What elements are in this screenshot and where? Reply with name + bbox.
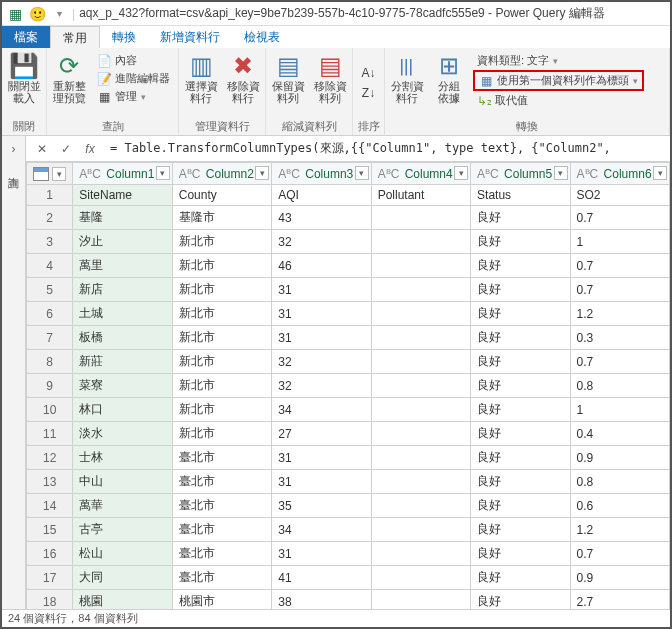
table-row[interactable]: 13中山臺北市31良好0.8	[27, 470, 670, 494]
cell[interactable]: 臺北市	[172, 542, 271, 566]
row-number[interactable]: 15	[27, 518, 73, 542]
select-all-corner[interactable]: ▾	[27, 163, 73, 185]
expand-queries-button[interactable]: ›	[12, 142, 16, 156]
choose-columns-button[interactable]: ▥ 選擇資 料行	[181, 50, 221, 106]
cell[interactable]: 新北市	[172, 254, 271, 278]
cell[interactable]: 基隆市	[172, 206, 271, 230]
cell[interactable]: 32	[272, 230, 371, 254]
row-number[interactable]: 9	[27, 374, 73, 398]
row-number[interactable]: 17	[27, 566, 73, 590]
cell[interactable]: SO2	[570, 185, 669, 206]
row-number[interactable]: 6	[27, 302, 73, 326]
table-row[interactable]: 9菜寮新北市32良好0.8	[27, 374, 670, 398]
cell[interactable]	[371, 542, 470, 566]
cell[interactable]: 31	[272, 470, 371, 494]
cell[interactable]: Status	[471, 185, 570, 206]
cell[interactable]: 41	[272, 566, 371, 590]
column-filter-button[interactable]: ▾	[355, 166, 369, 180]
refresh-preview-button[interactable]: ⟳ 重新整 理預覽	[49, 50, 89, 106]
cell[interactable]: 新北市	[172, 422, 271, 446]
cell[interactable]	[371, 494, 470, 518]
cell[interactable]: 基隆	[73, 206, 172, 230]
table-row[interactable]: 4萬里新北市46良好0.7	[27, 254, 670, 278]
cell[interactable]: 良好	[471, 326, 570, 350]
manage-button[interactable]: ▦管理 ▾	[93, 88, 174, 105]
row-number[interactable]: 11	[27, 422, 73, 446]
column-header[interactable]: AᴮC Column5▾	[471, 163, 570, 185]
cell[interactable]: 良好	[471, 494, 570, 518]
cell[interactable]: 新北市	[172, 326, 271, 350]
cell[interactable]: 萬里	[73, 254, 172, 278]
table-row[interactable]: 6土城新北市31良好1.2	[27, 302, 670, 326]
row-number[interactable]: 1	[27, 185, 73, 206]
column-filter-button[interactable]: ▾	[653, 166, 667, 180]
table-row[interactable]: 3汐止新北市32良好1	[27, 230, 670, 254]
tab-transform[interactable]: 轉換	[100, 26, 148, 48]
cell[interactable]: 良好	[471, 350, 570, 374]
cell[interactable]: 臺北市	[172, 494, 271, 518]
cell[interactable]: 32	[272, 350, 371, 374]
cell[interactable]: SiteName	[73, 185, 172, 206]
cell[interactable]: 34	[272, 398, 371, 422]
cell[interactable]: 46	[272, 254, 371, 278]
cell[interactable]: 新北市	[172, 350, 271, 374]
group-by-button[interactable]: ⊞ 分組 依據	[429, 50, 469, 106]
row-number[interactable]: 16	[27, 542, 73, 566]
cell[interactable]: 27	[272, 422, 371, 446]
cell[interactable]: 大同	[73, 566, 172, 590]
cell[interactable]: 1	[570, 398, 669, 422]
row-number[interactable]: 4	[27, 254, 73, 278]
properties-button[interactable]: 📄內容	[93, 52, 174, 69]
cell[interactable]: 良好	[471, 278, 570, 302]
cell[interactable]	[371, 374, 470, 398]
cell[interactable]: 中山	[73, 470, 172, 494]
cell[interactable]: 土城	[73, 302, 172, 326]
cell[interactable]	[371, 230, 470, 254]
cell[interactable]: 臺北市	[172, 470, 271, 494]
cell[interactable]: 林口	[73, 398, 172, 422]
cell[interactable]	[371, 278, 470, 302]
table-row[interactable]: 17大同臺北市41良好0.9	[27, 566, 670, 590]
cell[interactable]	[371, 470, 470, 494]
column-header[interactable]: AᴮC Column6▾	[570, 163, 669, 185]
cell[interactable]: 淡水	[73, 422, 172, 446]
cell[interactable]: 0.9	[570, 566, 669, 590]
cell[interactable]: 良好	[471, 542, 570, 566]
cell[interactable]: 0.7	[570, 542, 669, 566]
cell[interactable]: 古亭	[73, 518, 172, 542]
cell[interactable]	[371, 206, 470, 230]
cell[interactable]: County	[172, 185, 271, 206]
sort-asc-button[interactable]: A↓	[360, 64, 378, 82]
cell[interactable]: 良好	[471, 518, 570, 542]
row-number[interactable]: 3	[27, 230, 73, 254]
table-row[interactable]: 8新莊新北市32良好0.7	[27, 350, 670, 374]
cell[interactable]: 新北市	[172, 302, 271, 326]
cell[interactable]: 31	[272, 278, 371, 302]
sort-desc-button[interactable]: Z↓	[360, 84, 378, 102]
cell[interactable]: 0.3	[570, 326, 669, 350]
cell[interactable]: 0.7	[570, 254, 669, 278]
cell[interactable]: 士林	[73, 446, 172, 470]
cell[interactable]: Pollutant	[371, 185, 470, 206]
cell[interactable]: 2.7	[570, 590, 669, 610]
cell[interactable]: 1	[570, 230, 669, 254]
split-column-button[interactable]: ⫼ 分割資 料行	[387, 50, 427, 106]
cell[interactable]: 32	[272, 374, 371, 398]
cell[interactable]: 新北市	[172, 230, 271, 254]
cell[interactable]: 31	[272, 446, 371, 470]
cell[interactable]	[371, 398, 470, 422]
cell[interactable]: 良好	[471, 470, 570, 494]
use-first-row-headers-button[interactable]: ▦使用第一個資料列作為標頭 ▾	[473, 70, 644, 91]
cell[interactable]: 良好	[471, 302, 570, 326]
cell[interactable]: 43	[272, 206, 371, 230]
column-filter-button[interactable]: ▾	[454, 166, 468, 180]
cell[interactable]: 0.7	[570, 206, 669, 230]
table-row[interactable]: 15古亭臺北市34良好1.2	[27, 518, 670, 542]
advanced-editor-button[interactable]: 📝進階編輯器	[93, 70, 174, 87]
row-number[interactable]: 2	[27, 206, 73, 230]
cell[interactable]: 0.4	[570, 422, 669, 446]
column-filter-button[interactable]: ▾	[554, 166, 568, 180]
cell[interactable]	[371, 350, 470, 374]
cell[interactable]: 臺北市	[172, 518, 271, 542]
row-number[interactable]: 18	[27, 590, 73, 610]
